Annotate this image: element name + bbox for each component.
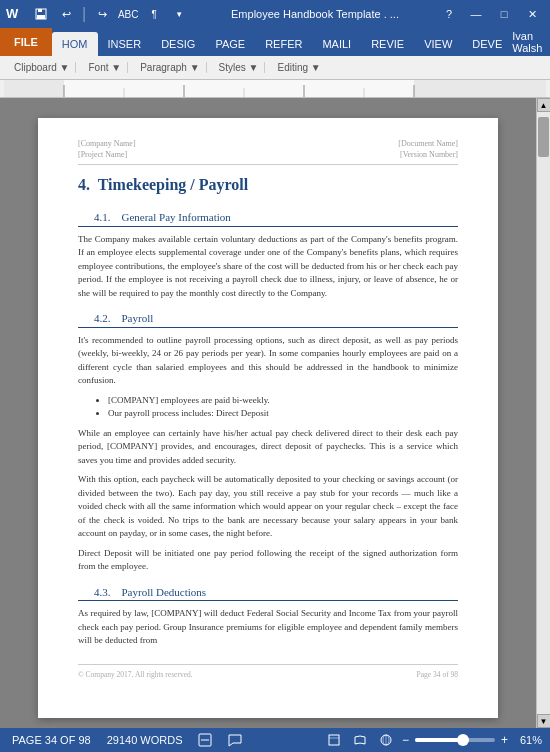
word-count-status[interactable]: 29140 WORDS bbox=[103, 734, 187, 746]
vertical-scrollbar[interactable]: ▲ ▼ bbox=[536, 98, 550, 728]
tab-design[interactable]: DESIG bbox=[151, 32, 205, 56]
document-page[interactable]: [Company Name] [Project Name] [Document … bbox=[38, 118, 498, 718]
svg-rect-4 bbox=[37, 15, 45, 19]
tab-references[interactable]: REFER bbox=[255, 32, 312, 56]
styles-group: Styles ▼ bbox=[213, 62, 266, 73]
editing-group: Editing ▼ bbox=[271, 62, 326, 73]
scroll-up-button[interactable]: ▲ bbox=[537, 98, 551, 112]
minimize-button[interactable]: — bbox=[462, 0, 490, 28]
spell-check-button[interactable]: ABC bbox=[116, 3, 140, 25]
page-info: Page 34 of 98 bbox=[417, 669, 458, 680]
redo-button[interactable]: ↪ bbox=[91, 3, 113, 25]
word-count-label: 29140 WORDS bbox=[107, 734, 183, 746]
ribbon-bar: Clipboard ▼ Font ▼ Paragraph ▼ Styles ▼ … bbox=[0, 56, 550, 80]
document-container: [Company Name] [Project Name] [Document … bbox=[0, 98, 536, 728]
user-name: Ivan Walsh bbox=[512, 30, 550, 54]
title-bar: W ↩ | ↪ ABC ¶ ▼ Employee Handbook Templa… bbox=[0, 0, 550, 28]
clipboard-group: Clipboard ▼ bbox=[8, 62, 76, 73]
file-tab[interactable]: FILE bbox=[0, 28, 52, 56]
format-button[interactable]: ¶ bbox=[143, 3, 165, 25]
ruler bbox=[0, 80, 550, 98]
svg-rect-16 bbox=[329, 735, 339, 745]
scroll-down-button[interactable]: ▼ bbox=[537, 714, 551, 728]
document-header: [Company Name] [Project Name] [Document … bbox=[78, 138, 458, 165]
track-changes-icon[interactable] bbox=[194, 733, 216, 747]
doc-header-right: [Document Name] [Version Number] bbox=[398, 138, 458, 160]
comment-icon[interactable] bbox=[224, 733, 246, 747]
svg-text:W: W bbox=[6, 6, 19, 21]
user-area: Ivan Walsh K bbox=[512, 28, 550, 56]
ruler-content bbox=[4, 80, 546, 97]
para-4-3-1: As required by law, [COMPANY] will deduc… bbox=[78, 607, 458, 648]
page-count-label: PAGE 34 OF 98 bbox=[12, 734, 91, 746]
status-bar: PAGE 34 OF 98 29140 WORDS bbox=[0, 728, 550, 752]
zoom-thumb[interactable] bbox=[457, 734, 469, 746]
help-button[interactable]: ? bbox=[440, 8, 458, 20]
tab-developer[interactable]: DEVE bbox=[462, 32, 512, 56]
payroll-list: [COMPANY] employees are paid bi-weekly. … bbox=[108, 394, 458, 421]
para-4-1-1: The Company makes available certain volu… bbox=[78, 233, 458, 301]
para-4-2-5: Direct Deposit will be initiated one pay… bbox=[78, 547, 458, 574]
project-name-label: [Project Name] bbox=[78, 149, 136, 160]
tab-mailings[interactable]: MAILI bbox=[312, 32, 361, 56]
svg-rect-3 bbox=[38, 9, 42, 12]
paragraph-group: Paragraph ▼ bbox=[134, 62, 206, 73]
company-name-label: [Company Name] bbox=[78, 138, 136, 149]
dropdown-arrow[interactable]: ▼ bbox=[168, 3, 190, 25]
section-title-text: Timekeeping / Payroll bbox=[98, 176, 249, 193]
scroll-thumb[interactable] bbox=[538, 117, 549, 157]
document-footer: © Company 2017. All rights reserved. Pag… bbox=[78, 664, 458, 680]
tab-home[interactable]: HOM bbox=[52, 32, 98, 56]
zoom-decrease-button[interactable]: − bbox=[402, 733, 409, 747]
subsection-4-3-title: 4.3. Payroll Deductions bbox=[78, 584, 458, 602]
doc-header-left: [Company Name] [Project Name] bbox=[78, 138, 136, 160]
section-number: 4. bbox=[78, 176, 90, 193]
scroll-track[interactable] bbox=[537, 112, 550, 714]
ribbon-commands: Clipboard ▼ Font ▼ Paragraph ▼ Styles ▼ … bbox=[8, 62, 542, 73]
para-4-2-4: With this option, each paycheck will be … bbox=[78, 473, 458, 541]
ribbon-tabs: FILE HOM INSER DESIG PAGE REFER MAILI RE… bbox=[0, 28, 550, 56]
word-icon: W bbox=[4, 4, 22, 25]
view-web-layout[interactable] bbox=[376, 734, 396, 746]
list-item-1: [COMPANY] employees are paid bi-weekly. bbox=[108, 394, 458, 408]
save-button[interactable] bbox=[30, 3, 52, 25]
list-item-2: Our payroll process includes: Direct Dep… bbox=[108, 407, 458, 421]
font-group: Font ▼ bbox=[82, 62, 128, 73]
close-button[interactable]: ✕ bbox=[518, 0, 546, 28]
quick-access-toolbar: ↩ | ↪ ABC ¶ ▼ bbox=[30, 3, 190, 25]
main-area: [Company Name] [Project Name] [Document … bbox=[0, 98, 550, 728]
para-4-2-1: It's recommended to outline payroll proc… bbox=[78, 334, 458, 388]
window-controls: — □ ✕ bbox=[462, 0, 546, 28]
subsection-4-1-title: 4.1. General Pay Information bbox=[78, 209, 458, 227]
subsection-4-2-title: 4.2. Payroll bbox=[78, 310, 458, 328]
zoom-percent-label[interactable]: 61% bbox=[514, 734, 542, 746]
tab-insert[interactable]: INSER bbox=[98, 32, 152, 56]
section-4-title: 4. Timekeeping / Payroll bbox=[78, 173, 458, 197]
doc-name-label: [Document Name] bbox=[398, 138, 458, 149]
tab-view[interactable]: VIEW bbox=[414, 32, 462, 56]
page-count-status[interactable]: PAGE 34 OF 98 bbox=[8, 734, 95, 746]
version-label: [Version Number] bbox=[398, 149, 458, 160]
window-title: Employee Handbook Template . ... bbox=[194, 8, 436, 20]
undo-button[interactable]: ↩ bbox=[55, 3, 77, 25]
tab-review[interactable]: REVIE bbox=[361, 32, 414, 56]
view-print-layout[interactable] bbox=[324, 734, 344, 746]
tab-page[interactable]: PAGE bbox=[205, 32, 255, 56]
para-4-2-3: While an employee can certainly have his… bbox=[78, 427, 458, 468]
zoom-slider[interactable] bbox=[415, 738, 495, 742]
status-right-area: − + 61% bbox=[324, 733, 542, 747]
svg-rect-6 bbox=[64, 80, 414, 97]
view-read-mode[interactable] bbox=[350, 734, 370, 746]
zoom-increase-button[interactable]: + bbox=[501, 733, 508, 747]
copyright-text: © Company 2017. All rights reserved. bbox=[78, 669, 193, 680]
maximize-button[interactable]: □ bbox=[490, 0, 518, 28]
